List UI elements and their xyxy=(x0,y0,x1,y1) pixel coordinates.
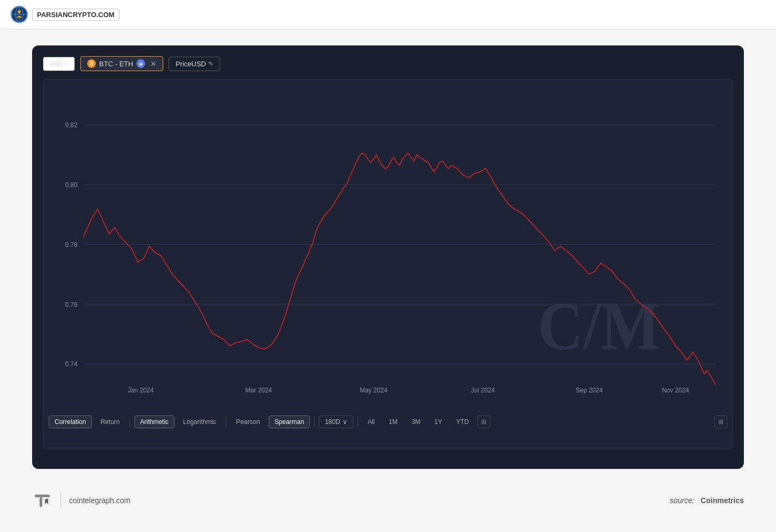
svg-rect-13 xyxy=(40,497,42,507)
svg-rect-12 xyxy=(35,495,50,497)
x-label-nov: Nov 2024 xyxy=(662,387,689,395)
ct-logo-icon xyxy=(32,490,52,511)
page-wrapper: PARSIANCRYPTO.COM Add + ₿ BTC - ETH ◆ ✕ … xyxy=(0,0,776,532)
logarithmic-button[interactable]: Logarithmic xyxy=(178,416,222,428)
arithmetic-button[interactable]: Arithmetic xyxy=(134,415,174,428)
x-label-jul: Jul 2024 xyxy=(471,387,495,395)
table-icon-right[interactable]: ⊞ xyxy=(714,415,727,428)
spearman-button[interactable]: Spearman xyxy=(269,415,310,428)
x-label-mar: Mar 2024 xyxy=(245,387,272,395)
chart-svg: 0.82 0.80 0.78 0.76 0.74 Jan 2024 Mar 20… xyxy=(49,88,727,411)
chevron-down-icon: ∨ xyxy=(343,418,347,426)
add-button[interactable]: Add + xyxy=(43,57,75,71)
table-icon-left[interactable]: ⊞ xyxy=(477,415,490,428)
table-icon-left-symbol: ⊞ xyxy=(481,418,486,426)
footer-site: cointelegraph.com xyxy=(69,496,130,505)
edit-icon: ✎ xyxy=(208,60,213,67)
cointelegraph-logo xyxy=(32,490,52,511)
footer-source: source: Coinmetrics xyxy=(670,496,744,505)
y-label-080: 0.80 xyxy=(65,181,78,189)
all-button[interactable]: All xyxy=(362,416,380,428)
footer-left: cointelegraph.com xyxy=(32,490,130,511)
ytd-button[interactable]: YTD xyxy=(451,416,474,428)
period-label: 180D xyxy=(325,418,340,426)
table-icon-right-symbol: ⊞ xyxy=(718,418,724,426)
price-button[interactable]: PriceUSD ✎ xyxy=(169,57,220,71)
eth-icon: ◆ xyxy=(136,59,145,68)
chart-area: 0.82 0.80 0.78 0.76 0.74 Jan 2024 Mar 20… xyxy=(43,79,733,449)
source-prefix: source: xyxy=(670,496,694,505)
site-logo-icon xyxy=(11,6,28,23)
footer: cointelegraph.com source: Coinmetrics xyxy=(32,485,744,516)
period-dropdown[interactable]: 180D ∨ xyxy=(319,415,353,428)
pair-button[interactable]: ₿ BTC - ETH ◆ ✕ xyxy=(80,56,163,71)
svg-point-5 xyxy=(18,10,21,13)
1m-button[interactable]: 1M xyxy=(383,416,403,428)
pair-label: BTC - ETH xyxy=(99,60,133,68)
footer-divider xyxy=(60,492,61,508)
y-label-078: 0.78 xyxy=(65,241,78,249)
close-icon[interactable]: ✕ xyxy=(150,60,156,68)
chart-svg-wrapper: 0.82 0.80 0.78 0.76 0.74 Jan 2024 Mar 20… xyxy=(49,88,727,411)
logo-area: PARSIANCRYPTO.COM xyxy=(11,6,119,23)
return-button[interactable]: Return xyxy=(95,416,125,428)
1y-button[interactable]: 1Y xyxy=(429,416,448,428)
y-label-074: 0.74 xyxy=(65,360,78,368)
correlation-button[interactable]: Correlation xyxy=(49,415,92,428)
x-label-jan: Jan 2024 xyxy=(128,387,154,395)
separator-3 xyxy=(314,417,315,427)
price-label: PriceUSD xyxy=(176,60,206,68)
watermark: C/M xyxy=(537,288,660,364)
chart-toolbar: Add + ₿ BTC - ETH ◆ ✕ PriceUSD ✎ xyxy=(43,56,733,71)
y-label-076: 0.76 xyxy=(65,300,78,309)
separator-4 xyxy=(357,417,358,427)
separator-2 xyxy=(226,417,226,427)
x-label-may: May 2024 xyxy=(360,387,387,395)
x-label-sep: Sep 2024 xyxy=(576,387,603,395)
pearson-button[interactable]: Pearson xyxy=(231,416,265,428)
y-label-082: 0.82 xyxy=(65,121,78,129)
btc-icon: ₿ xyxy=(87,59,96,68)
chart-controls: Correlation Return Arithmetic Logarithmi… xyxy=(49,415,727,428)
top-bar: PARSIANCRYPTO.COM xyxy=(0,0,776,29)
3m-button[interactable]: 3M xyxy=(406,416,426,428)
separator-1 xyxy=(130,417,130,427)
main-content: Add + ₿ BTC - ETH ◆ ✕ PriceUSD ✎ xyxy=(0,29,776,532)
source-name: Coinmetrics xyxy=(701,496,744,505)
chart-container: Add + ₿ BTC - ETH ◆ ✕ PriceUSD ✎ xyxy=(32,45,744,469)
logo-text: PARSIANCRYPTO.COM xyxy=(32,9,119,21)
